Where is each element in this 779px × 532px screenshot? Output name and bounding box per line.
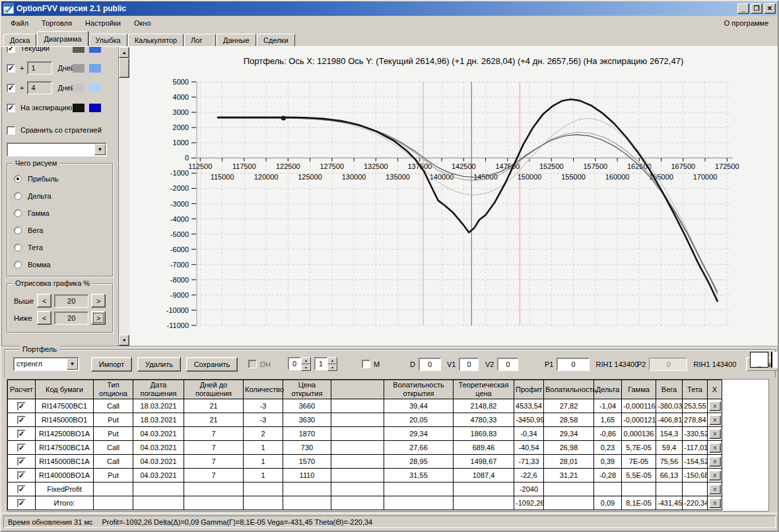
row-checkbox[interactable]: ✓ [17, 499, 26, 508]
radio-row-theta[interactable]: Тета [14, 239, 108, 256]
radio-row-vega[interactable]: Вега [14, 222, 108, 239]
tab-data[interactable]: Данные [217, 34, 256, 46]
below-increase-button[interactable]: > [91, 311, 106, 325]
column-header-0[interactable]: Расчет [8, 380, 36, 399]
row-checkbox[interactable]: ✓ [17, 402, 26, 411]
tab-calculator[interactable]: Калькулятор [128, 34, 184, 46]
checkbox-compare[interactable] [7, 126, 15, 135]
radio-row-gamma[interactable]: Гамма [14, 205, 108, 222]
d-input[interactable]: 0 [419, 358, 441, 371]
row-delete-button[interactable]: X [709, 443, 721, 453]
tab-smile[interactable]: Улыбка [89, 34, 127, 46]
v2-input[interactable]: 0 [497, 358, 518, 371]
column-header-12[interactable]: Дельта [594, 380, 622, 399]
row-delete-button[interactable]: X [709, 457, 721, 467]
scroll-down-icon[interactable]: ▼ [119, 335, 129, 346]
column-header-8[interactable]: Волатильность открытия [384, 380, 454, 399]
maximize-button[interactable]: ❐ [751, 3, 762, 14]
row-delete-button[interactable]: X [709, 484, 721, 494]
spinner-up-icon[interactable]: ▲ [327, 357, 337, 364]
spinner-down-icon[interactable]: ▼ [301, 364, 311, 372]
dh-step-spinner[interactable]: 1 ▲▼ [314, 357, 337, 371]
days4-input[interactable]: 4 [27, 81, 52, 94]
tab-log[interactable]: Лог [184, 34, 216, 46]
column-header-6[interactable]: Цена открытия [283, 380, 331, 399]
chevron-down-icon[interactable]: ▼ [67, 358, 78, 370]
checkbox-plus1[interactable]: ✓ [7, 64, 15, 73]
spinner-up-icon[interactable]: ▲ [301, 357, 311, 364]
row-delete-button[interactable]: X [709, 415, 721, 425]
column-header-13[interactable]: Гамма [622, 380, 656, 399]
column-header-4[interactable]: Дней до погашения [184, 380, 244, 399]
v1-input[interactable]: 0 [459, 358, 479, 371]
above-decrease-button[interactable]: < [37, 294, 51, 308]
menu-window[interactable]: Окно [127, 17, 158, 29]
tab-diagram[interactable]: Диаграмма [37, 31, 88, 46]
checkbox-current[interactable]: ✓ [7, 47, 15, 53]
column-header-7[interactable] [331, 380, 384, 399]
p1-input[interactable]: 0 [557, 358, 590, 371]
scrollbar-track[interactable] [119, 78, 129, 335]
cell-9: -1092,26 [514, 496, 544, 510]
delete-button[interactable]: Удалить [137, 357, 181, 372]
menu-settings[interactable]: Настройки [79, 17, 127, 29]
scrollbar-thumb[interactable] [119, 58, 129, 78]
mdi-minimized-window[interactable]: _ [750, 352, 768, 368]
checkbox-m[interactable] [362, 360, 370, 368]
checkbox-dh[interactable] [248, 360, 257, 368]
column-header-5[interactable]: Количество [244, 380, 283, 399]
row-checkbox[interactable]: ✓ [17, 485, 26, 494]
below-decrease-button[interactable]: < [37, 311, 51, 325]
checkbox-expiration[interactable]: ✓ [7, 104, 15, 112]
cell-5: 3630 [283, 413, 331, 427]
row-delete-button[interactable]: X [709, 471, 721, 481]
cell-3: 21 [184, 399, 244, 413]
row-checkbox[interactable]: ✓ [17, 416, 26, 424]
radio-row-vomma[interactable]: Вомма [14, 256, 108, 273]
checkbox-plus4[interactable]: ✓ [7, 84, 15, 92]
cell-2 [133, 482, 184, 496]
cell-9: -3450,99 [514, 413, 544, 427]
column-header-11[interactable]: Волатильность [544, 380, 594, 399]
column-header-16[interactable]: X [708, 380, 722, 399]
scroll-up-icon[interactable]: ▲ [119, 47, 129, 58]
column-header-3[interactable]: Дата погашения [133, 380, 184, 399]
p2-input[interactable]: 0 [649, 358, 687, 371]
import-button[interactable]: Импорт [91, 357, 132, 372]
column-header-14[interactable]: Вега [656, 380, 683, 399]
save-button[interactable]: Сохранить [186, 357, 238, 372]
row-checkbox[interactable]: ✓ [17, 430, 26, 438]
row-checkbox[interactable]: ✓ [17, 471, 26, 480]
row-checkbox[interactable]: ✓ [17, 444, 26, 452]
tab-board[interactable]: Доска [3, 34, 36, 46]
column-header-10[interactable]: Профит [514, 380, 544, 399]
portfolio-select[interactable]: стренгл ▼ [13, 357, 79, 371]
column-header-1[interactable]: Код бумаги [36, 380, 94, 399]
cell-8: 2148,82 [454, 399, 514, 413]
close-button[interactable]: ✕ [764, 3, 776, 14]
dh-days-spinner[interactable]: 0 ▲▼ [288, 357, 311, 371]
p1-label: P1 [545, 360, 553, 368]
spinner-down-icon[interactable]: ▼ [327, 364, 337, 372]
tab-deals[interactable]: Сделки [257, 34, 295, 46]
sidebar-scrollbar[interactable]: ▲ ▼ [118, 47, 129, 346]
above-increase-button[interactable]: > [91, 294, 106, 308]
column-header-9[interactable]: Теоретическая цена [454, 380, 514, 399]
column-header-15[interactable]: Тета [683, 380, 708, 399]
chart-canvas[interactable]: Портфель: Ось X: 121980 Ось Y: (Текущий … [129, 47, 778, 347]
minimize-button[interactable]: _ [737, 3, 749, 14]
menu-about[interactable]: О программе [718, 17, 775, 29]
row-checkbox[interactable]: ✓ [17, 457, 26, 466]
days1-input[interactable]: 1 [27, 61, 52, 75]
chevron-down-icon[interactable]: ▼ [94, 144, 106, 155]
radio-row-delta[interactable]: Дельта [14, 187, 108, 205]
strategy-select[interactable]: ▼ [7, 143, 107, 156]
menu-trading[interactable]: Торговля [35, 17, 79, 29]
column-header-2[interactable]: Тип опциона [94, 380, 133, 399]
menu-file[interactable]: Файл [4, 17, 35, 29]
row-delete-button[interactable]: X [709, 498, 721, 508]
radio-row-profit[interactable]: Прибыль [14, 170, 108, 187]
row-delete-button[interactable]: X [709, 429, 721, 439]
row-delete-button[interactable]: X [709, 401, 721, 411]
cell-0: RI145000BO1 [36, 413, 94, 427]
